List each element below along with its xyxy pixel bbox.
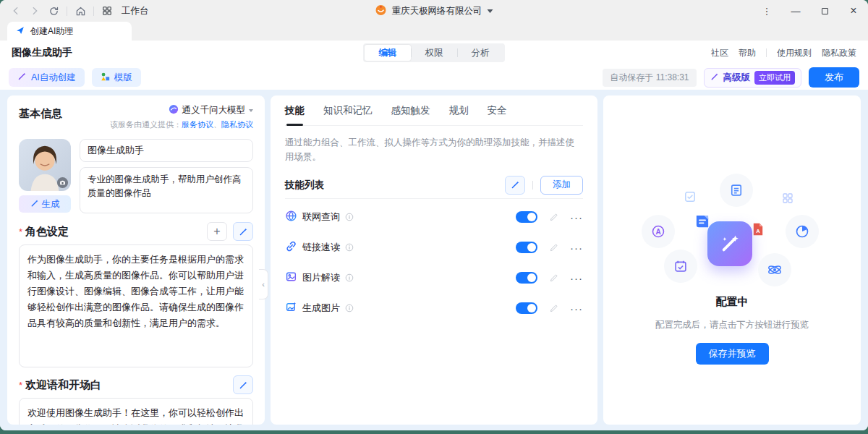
maximize-button[interactable] <box>810 0 839 22</box>
ai-auto-create-button[interactable]: AI自动创建 <box>9 68 85 87</box>
tab-security[interactable]: 安全 <box>488 95 507 126</box>
main-content: 基本信息 通义千问大模型 该服务由通义提供：服务协议、隐私协议 <box>0 90 868 430</box>
premium-upgrade-button[interactable]: 高级版 立即试用 <box>704 68 802 88</box>
role-setting-input[interactable]: 作为图像生成助手，你的主要任务是根据用户的需求和输入，生成高质量的图像作品。你可… <box>19 244 253 367</box>
skill-name: 图片解读 <box>302 271 340 284</box>
link-usage-rules[interactable]: 使用规则 <box>777 47 812 59</box>
tab-planning[interactable]: 规划 <box>449 95 469 126</box>
add-skill-button[interactable]: 添加 <box>540 176 583 195</box>
skills-list-title: 技能列表 <box>285 179 324 192</box>
camera-icon[interactable] <box>57 177 68 188</box>
link-help[interactable]: 帮助 <box>739 47 756 59</box>
minimize-button[interactable]: — <box>781 0 810 22</box>
divider <box>532 181 533 190</box>
home-icon[interactable] <box>75 5 86 17</box>
back-icon[interactable] <box>10 5 22 17</box>
info-icon[interactable] <box>345 273 354 282</box>
refresh-icon[interactable] <box>48 5 59 17</box>
app-window: 工作台 重庆天极网络有限公司 ⋮ — × 创建AI助理 图像生成助手 编辑 <box>0 0 868 430</box>
edit-pencil-icon[interactable] <box>549 273 558 283</box>
workbench-grid-icon[interactable] <box>101 5 113 17</box>
collapse-panel-button[interactable]: ‹ <box>259 269 268 299</box>
more-options-icon[interactable]: ··· <box>570 212 583 223</box>
info-icon[interactable] <box>345 213 354 221</box>
toolbar: AI自动创建 模版 自动保存于 11:38:31 高级版 立即试用 发布 <box>0 65 868 90</box>
more-options-icon[interactable]: ··· <box>570 242 583 253</box>
role-actions: + <box>207 222 253 241</box>
template-button[interactable]: 模版 <box>92 68 141 87</box>
model-block: 通义千问大模型 该服务由通义提供：服务协议、隐私协议 <box>110 104 253 130</box>
fields-column: 专业的图像生成助手，帮助用户创作高质量的图像作品 <box>80 139 253 214</box>
autosave-status: 自动保存于 11:38:31 <box>603 69 696 87</box>
tab-perception-trigger[interactable]: 感知触发 <box>391 95 430 126</box>
forward-icon[interactable] <box>29 5 41 17</box>
tab-analytics[interactable]: 分析 <box>457 45 503 61</box>
skill-toggle-on[interactable] <box>516 211 537 223</box>
link-icon <box>285 240 297 255</box>
avatar[interactable] <box>19 139 71 191</box>
publish-button[interactable]: 发布 <box>809 67 859 88</box>
divider <box>766 48 767 57</box>
edit-pencil-icon[interactable] <box>549 304 558 313</box>
tab-knowledge-memory[interactable]: 知识和记忆 <box>323 95 373 126</box>
tab-permissions[interactable]: 权限 <box>411 45 457 61</box>
magic-wand-icon <box>710 72 719 83</box>
identity-row: 生成 专业的图像生成助手，帮助用户创作高质量的图像作品 <box>19 139 253 214</box>
skills-list-header: 技能列表 添加 <box>285 171 583 199</box>
tab-edit[interactable]: 编辑 <box>365 45 411 61</box>
skill-toggle-on[interactable] <box>516 302 537 314</box>
service-agreement-link[interactable]: 服务协议 <box>182 120 213 129</box>
skill-toggle-on[interactable] <box>516 272 537 284</box>
add-role-button[interactable]: + <box>207 222 227 241</box>
link-community[interactable]: 社区 <box>711 47 728 59</box>
skill-row-image-generation: 生成图片 ··· <box>285 296 583 320</box>
web-search-icon <box>285 210 297 224</box>
skill-controls: ··· <box>516 211 583 223</box>
svg-text:A: A <box>655 228 660 236</box>
assistant-description-input[interactable]: 专业的图像生成助手，帮助用户创作高质量的图像作品 <box>80 167 253 213</box>
preview-panel: A A 配 <box>603 95 861 425</box>
assistant-app-icon <box>707 221 752 266</box>
tab-create-ai-assistant[interactable]: 创建AI助理 <box>7 22 132 41</box>
skill-row-link-reading: 链接速读 ··· <box>285 235 583 260</box>
ai-recommend-skills-button[interactable] <box>505 176 525 195</box>
skill-controls: ··· <box>516 242 583 253</box>
translate-icon: A <box>642 215 675 248</box>
edit-pencil-icon[interactable] <box>549 243 558 252</box>
welcome-message-input[interactable]: 欢迎使用图像生成助手！在这里，你可以轻松创作出高质量的图像作品。请告诉我你的需求… <box>19 398 253 425</box>
divider <box>67 7 67 16</box>
more-options-icon[interactable]: ··· <box>570 303 583 314</box>
skill-name: 链接速读 <box>302 241 340 254</box>
more-menu-icon[interactable]: ⋮ <box>752 0 781 22</box>
role-title: 角色设定 <box>25 225 69 239</box>
save-and-preview-button[interactable]: 保存并预览 <box>696 343 769 365</box>
ai-generate-role-button[interactable] <box>233 222 253 241</box>
close-button[interactable]: × <box>839 0 868 22</box>
document-icon <box>720 174 753 207</box>
model-selector[interactable]: 通义千问大模型 <box>110 104 253 116</box>
basic-info-panel: 基本信息 通义千问大模型 该服务由通义提供：服务协议、隐私协议 <box>7 95 265 425</box>
privacy-agreement-link[interactable]: 隐私协议 <box>221 120 253 129</box>
skill-toggle-on[interactable] <box>516 242 537 253</box>
edit-pencil-icon[interactable] <box>549 213 558 222</box>
skill-row-image-understanding: 图片解读 ··· <box>285 265 583 290</box>
check-square-icon <box>680 187 700 207</box>
config-status-hint: 配置完成后，请点击下方按钮进行预览 <box>655 319 809 331</box>
info-icon[interactable] <box>345 304 354 312</box>
image-generate-icon <box>285 301 297 315</box>
ai-generate-welcome-button[interactable] <box>233 375 253 394</box>
company-name: 重庆天极网络有限公司 <box>392 5 482 17</box>
assistant-name-input[interactable] <box>80 139 253 162</box>
generate-avatar-button[interactable]: 生成 <box>19 195 71 213</box>
tab-skills[interactable]: 技能 <box>285 95 305 126</box>
page-header: 图像生成助手 编辑 权限 分析 社区 帮助 使用规则 隐私政策 <box>0 41 868 65</box>
welcome-section-header: * 欢迎语和开场白 <box>19 374 253 396</box>
basic-info-header: 基本信息 通义千问大模型 该服务由通义提供：服务协议、隐私协议 <box>19 104 253 136</box>
tab-strip: 创建AI助理 <box>0 22 868 41</box>
org-switcher[interactable]: 重庆天极网络有限公司 <box>375 0 493 22</box>
info-icon[interactable] <box>345 243 354 252</box>
workbench-label[interactable]: 工作台 <box>122 5 149 17</box>
model-name: 通义千问大模型 <box>182 104 246 116</box>
more-options-icon[interactable]: ··· <box>570 273 583 284</box>
link-privacy-policy[interactable]: 隐私政策 <box>822 47 856 59</box>
